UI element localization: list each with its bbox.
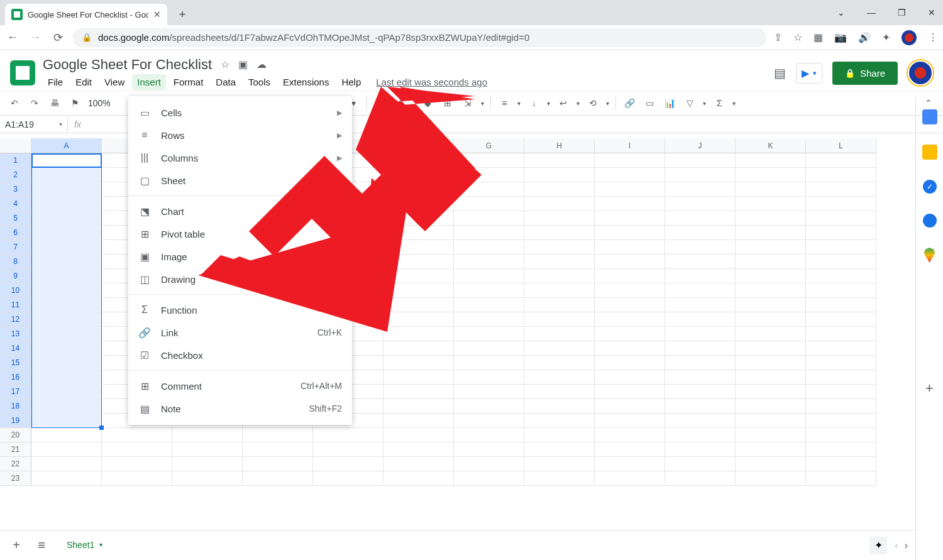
cell[interactable] [454,471,524,486]
sheet-tab[interactable]: Sheet1 ▾ [58,535,111,556]
row-header[interactable]: 20 [0,428,31,442]
column-header[interactable]: A [31,138,102,153]
minimize-button[interactable]: — [865,8,878,18]
cell[interactable] [172,442,243,457]
cell[interactable] [595,341,665,356]
cell[interactable] [595,428,665,442]
cell[interactable] [595,370,665,385]
cell[interactable] [454,168,524,182]
cell[interactable] [454,442,524,457]
cell[interactable] [383,283,454,298]
row-header[interactable]: 15 [0,356,31,370]
filter-icon[interactable]: ▽ [683,96,697,110]
name-box[interactable]: A1:A19 ▾ [0,116,68,133]
move-icon[interactable]: ▣ [238,58,248,70]
cell[interactable] [313,471,383,486]
cell[interactable] [806,168,876,182]
cell[interactable] [665,385,736,399]
cell[interactable] [454,370,524,385]
cell[interactable] [313,457,383,471]
menu-extensions[interactable]: Extensions [278,74,334,90]
insert-drawing[interactable]: ◫Drawing [128,268,352,290]
zoom-level[interactable]: 100% [88,98,111,108]
v-align-icon[interactable]: ↓ [527,96,541,110]
cell[interactable] [806,471,876,486]
cell[interactable] [665,399,736,414]
cell[interactable] [665,153,736,168]
cell[interactable] [524,197,595,211]
cell[interactable] [806,197,876,211]
cell[interactable] [524,370,595,385]
insert-link[interactable]: 🔗LinkCtrl+K [128,321,352,344]
cell[interactable] [313,428,383,442]
insert-cells[interactable]: ▭Cells▶ [128,101,352,124]
cell[interactable] [524,255,595,269]
cell[interactable] [454,457,524,471]
menu-insert[interactable]: Insert [132,74,166,90]
cell[interactable] [736,153,806,168]
insert-sheet[interactable]: ▢SheetShift+F11 [128,169,352,192]
chevron-down-icon[interactable]: ⌄ [835,8,847,18]
cell[interactable] [595,269,665,283]
cell[interactable] [243,428,313,442]
cell[interactable] [806,269,876,283]
cell[interactable] [454,312,524,327]
cell[interactable] [383,428,454,442]
cell[interactable] [736,442,806,457]
cell[interactable] [595,197,665,211]
row-header[interactable]: 21 [0,442,31,457]
row-header[interactable]: 7 [0,240,31,255]
cell[interactable] [454,428,524,442]
reload-button[interactable]: ⟳ [50,31,65,45]
row-header[interactable]: 9 [0,269,31,283]
cell[interactable] [524,399,595,414]
cell[interactable] [736,283,806,298]
cell[interactable] [454,211,524,226]
browser-tab[interactable]: Google Sheet For Checklist - Goo ✕ [5,4,167,25]
cell[interactable] [313,442,383,457]
cell[interactable] [243,471,313,486]
cell[interactable] [736,197,806,211]
add-sheet-button[interactable]: + [8,538,25,552]
cell[interactable] [524,226,595,240]
menu-tools[interactable]: Tools [243,74,275,90]
star-icon[interactable]: ☆ [221,58,229,70]
cell[interactable] [595,414,665,428]
cell[interactable] [665,327,736,341]
cell[interactable] [595,327,665,341]
cell[interactable] [665,240,736,255]
cell[interactable] [102,428,172,442]
row-header[interactable]: 8 [0,255,31,269]
row-header[interactable]: 13 [0,327,31,341]
cell[interactable] [665,226,736,240]
cell[interactable] [595,442,665,457]
profile-avatar[interactable] [902,30,917,45]
cell[interactable] [806,240,876,255]
row-header[interactable]: 18 [0,399,31,414]
menu-data[interactable]: Data [211,74,241,90]
volume-icon[interactable]: 🔊 [858,31,871,43]
cell[interactable] [243,457,313,471]
column-header[interactable]: F [383,138,454,153]
cell[interactable] [806,283,876,298]
cell[interactable] [595,226,665,240]
row-header[interactable]: 10 [0,283,31,298]
cloud-status-icon[interactable]: ☁ [256,58,267,70]
cell[interactable] [806,385,876,399]
maps-icon[interactable] [924,248,935,263]
link-icon[interactable]: 🔗 [622,96,636,110]
cell[interactable] [665,428,736,442]
chevron-down-icon[interactable]: ▾ [99,541,102,548]
row-header[interactable]: 6 [0,226,31,240]
address-bar[interactable]: 🔒 docs.google.com/spreadsheets/d/1F7abwz… [73,28,766,47]
cell[interactable] [665,414,736,428]
forward-button[interactable]: → [28,31,43,44]
bookmark-star-icon[interactable]: ☆ [793,31,802,43]
cell[interactable] [736,226,806,240]
cell[interactable] [524,283,595,298]
cell[interactable] [665,283,736,298]
cell[interactable] [524,356,595,370]
cell[interactable] [524,457,595,471]
cell[interactable] [806,414,876,428]
contacts-icon[interactable] [923,214,937,228]
